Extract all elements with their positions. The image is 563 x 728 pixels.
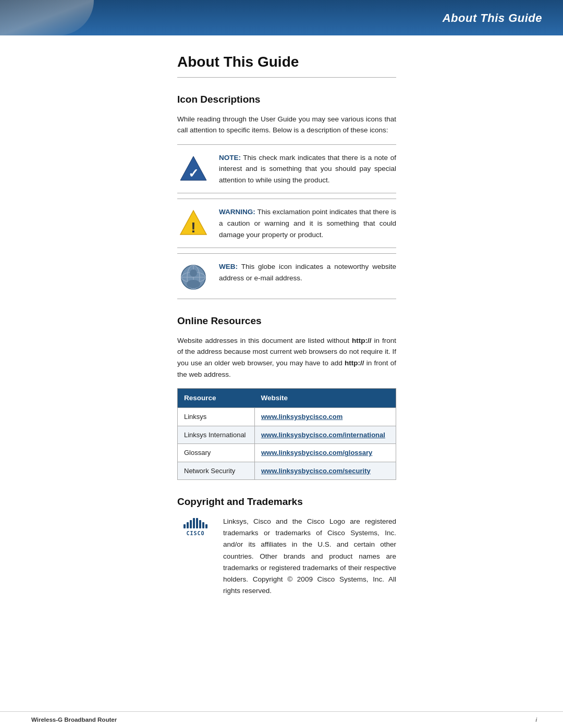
website-linksys: www.linksysbycisco.com (254, 408, 396, 426)
warning-icon-row: ! WARNING: This exclamation point indica… (177, 199, 396, 248)
note-icon-cell: ✓ (177, 152, 210, 182)
note-text: This check mark indicates that there is … (219, 154, 396, 184)
cisco-bar (187, 522, 189, 528)
icon-descriptions-heading: Icon Descriptions (177, 92, 396, 107)
website-security: www.linksysbycisco.com/security (254, 462, 396, 480)
web-icon (179, 263, 207, 291)
table-row: Linksys www.linksysbycisco.com (178, 408, 396, 426)
cisco-bar (202, 522, 204, 528)
note-desc: NOTE: This check mark indicates that the… (219, 152, 396, 186)
cisco-bar (190, 520, 192, 528)
cisco-bar (183, 524, 186, 528)
warning-label: WARNING: (219, 208, 255, 216)
svg-text:✓: ✓ (188, 166, 199, 180)
col-resource: Resource (178, 389, 255, 408)
svg-text:!: ! (191, 219, 195, 236)
copyright-heading: Copyright and Trademarks (177, 495, 396, 510)
header-bar: About This Guide (0, 0, 563, 35)
web-desc: WEB: This globe icon indicates a notewor… (219, 261, 396, 283)
warning-icon-cell: ! (177, 206, 210, 237)
resource-linksys-intl: Linksys International (178, 426, 255, 444)
warning-icon: ! (179, 208, 207, 237)
header-decoration (0, 0, 94, 35)
svg-point-11 (187, 280, 200, 288)
online-resources-text: Website addresses in this document are l… (177, 335, 396, 380)
table-row: Network Security www.linksysbycisco.com/… (178, 462, 396, 480)
col-website: Website (254, 389, 396, 408)
website-glossary: www.linksysbycisco.com/glossary (254, 444, 396, 462)
note-label: NOTE: (219, 154, 241, 162)
note-icon-row: ✓ NOTE: This check mark indicates that t… (177, 144, 396, 194)
note-icon: ✓ (179, 154, 207, 182)
table-row: Glossary www.linksysbycisco.com/glossary (178, 444, 396, 462)
web-icon-cell (177, 261, 210, 291)
online-resources-section: Online Resources Website addresses in th… (177, 314, 396, 480)
table-row: Linksys International www.linksysbycisco… (178, 426, 396, 444)
resources-table: Resource Website Linksys www.linksysbyci… (177, 388, 396, 480)
cisco-bar (193, 518, 195, 528)
icon-descriptions-intro: While reading through the User Guide you… (177, 114, 396, 136)
resource-linksys: Linksys (178, 408, 255, 426)
copyright-section: Copyright and Trademarks CISCO Linksys, … (177, 495, 396, 597)
resource-glossary: Glossary (178, 444, 255, 462)
online-resources-heading: Online Resources (177, 314, 396, 329)
warning-desc: WARNING: This exclamation point indicate… (219, 206, 396, 240)
page-title: About This Guide (177, 51, 396, 78)
cisco-bar (199, 520, 201, 528)
cisco-logo-text: CISCO (186, 529, 204, 537)
svg-point-10 (190, 269, 197, 277)
cisco-bars (183, 518, 207, 528)
web-text: This globe icon indicates a noteworthy w… (219, 263, 396, 282)
web-icon-row: WEB: This globe icon indicates a notewor… (177, 253, 396, 299)
cisco-bar (205, 524, 207, 528)
copyright-row: CISCO Linksys, Cisco and the Cisco Logo … (177, 516, 396, 597)
website-linksys-intl: www.linksysbycisco.com/international (254, 426, 396, 444)
table-header-row: Resource Website (178, 389, 396, 408)
main-content: About This Guide Icon Descriptions While… (146, 35, 417, 628)
copyright-text: Linksys, Cisco and the Cisco Logo are re… (223, 516, 396, 597)
header-title: About This Guide (443, 9, 542, 27)
resource-security: Network Security (178, 462, 255, 480)
cisco-bar (196, 518, 198, 528)
icon-descriptions-section: Icon Descriptions While reading through … (177, 92, 396, 299)
web-label: WEB: (219, 263, 238, 270)
cisco-logo: CISCO (177, 516, 214, 537)
